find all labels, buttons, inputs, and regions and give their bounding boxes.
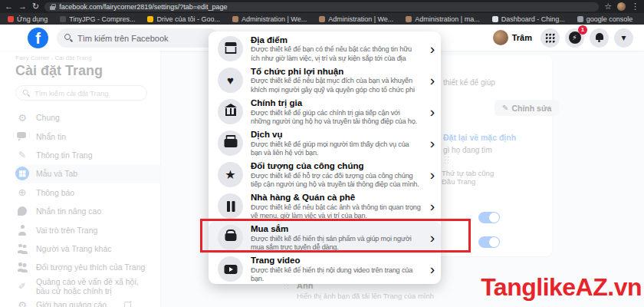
screen: ← → ↻ facebook.com/fairycorner2819/setti… — [0, 0, 644, 307]
tinyjpg-favicon — [60, 16, 66, 22]
chevron-right-icon: › — [430, 104, 435, 119]
bell-icon — [595, 33, 604, 42]
search-icon — [64, 34, 73, 42]
facebook-search[interactable] — [57, 28, 219, 48]
template-option[interactable]: Dịch vụ Được thiết kế để giúp mọi người … — [209, 127, 441, 159]
template-option-title: Nhà hàng & Quán cà phê — [251, 192, 421, 203]
bookmark-label: google console — [586, 15, 633, 23]
chevron-right-icon: › — [430, 262, 435, 276]
annotation-highlight-box — [200, 219, 471, 253]
bookmark-label: TinyJPG - Compres... — [69, 15, 135, 23]
bookmark-item[interactable]: Drive của tôi - Goo... — [147, 15, 220, 23]
video-icon — [218, 256, 243, 282]
star-icon — [218, 162, 243, 187]
lock-icon — [50, 4, 55, 10]
template-option-title: Trang video — [251, 255, 421, 266]
watermark: TanglikeAZ.vn — [481, 273, 642, 302]
header-actions: Trâm ⚡ 1 ▾ — [493, 25, 644, 51]
apps-grid-icon — [545, 33, 555, 43]
template-option[interactable]: Nhà hàng & Quán cà phê Được thiết kế để … — [209, 190, 441, 222]
profile-name: Trâm — [512, 33, 532, 42]
drive-favicon — [147, 16, 153, 22]
avatar — [493, 30, 508, 45]
forward-icon[interactable]: → — [18, 2, 27, 11]
browser-profile-avatar[interactable] — [617, 2, 626, 11]
chevron-down-icon: ▾ — [621, 33, 626, 42]
template-option-desc: Được thiết kế để giúp các chính trị gia … — [251, 109, 421, 127]
template-option-desc: Được thiết kế để bạn có thể nêu bật các … — [251, 45, 421, 63]
bookmark-star-icon[interactable]: ☆ — [604, 2, 612, 11]
bookmark-item[interactable]: Ứng dụng — [8, 15, 48, 23]
template-option[interactable]: Tổ chức phi lợi nhuận Được thiết kế để n… — [209, 64, 441, 96]
template-option-desc: Được thiết kế để giúp mọi người tìm thấy… — [251, 140, 421, 158]
messenger-badge: 1 — [578, 25, 587, 35]
template-option-title: Dịch vụ — [251, 129, 421, 140]
bookmark-label: Administration | We... — [328, 15, 393, 23]
government-icon — [218, 99, 243, 124]
address-bar[interactable]: facebook.com/fairycorner2819/settings/?t… — [44, 2, 599, 12]
bookmark-item[interactable]: Administration | We... — [319, 15, 393, 23]
bookmarks-bar: Ứng dụng TinyJPG - Compres... Drive của … — [0, 13, 644, 25]
template-option[interactable]: Trang video Được thiết kế để hiển thị nộ… — [209, 253, 441, 284]
admin-favicon — [406, 16, 412, 22]
bookmark-label: Dashboard - Ching... — [501, 15, 565, 23]
profile-chip[interactable]: Trâm — [493, 30, 532, 45]
facebook-search-input[interactable] — [77, 34, 200, 43]
apps-favicon — [8, 16, 14, 22]
storefront-icon — [218, 36, 243, 61]
back-icon[interactable]: ← — [5, 2, 13, 11]
template-option-title: Địa điểm — [251, 35, 421, 46]
dashboard-favicon — [492, 16, 498, 22]
template-option-desc: Được thiết kế để nêu bật các ảnh và thôn… — [251, 203, 421, 221]
chevron-right-icon: › — [430, 199, 435, 213]
briefcase-icon — [218, 130, 243, 156]
template-option[interactable]: Địa điểm Được thiết kế để bạn có thể nêu… — [209, 33, 441, 64]
notifications-button[interactable] — [590, 28, 609, 48]
template-option[interactable]: Chính trị gia Được thiết kế để giúp các … — [209, 96, 441, 127]
template-option-desc: Được thiết kế để hiển thị nội dung video… — [251, 266, 421, 284]
apps-menu-button[interactable] — [540, 28, 560, 48]
bookmark-label: Ứng dụng — [17, 15, 48, 23]
messenger-button[interactable]: ⚡ 1 — [565, 28, 584, 48]
chevron-right-icon: › — [430, 167, 435, 182]
charity-icon — [218, 68, 243, 93]
template-option-title: Chính trị gia — [251, 97, 421, 109]
bookmark-item[interactable]: Dashboard - Ching... — [492, 15, 565, 23]
chevron-right-icon: › — [430, 73, 435, 87]
template-option-title: Đối tượng của công chúng — [251, 160, 421, 172]
template-option[interactable]: Đối tượng của công chúng Được thiết kế đ… — [209, 159, 441, 190]
account-menu-button[interactable]: ▾ — [614, 28, 633, 48]
template-option-desc: Được thiết kế để hỗ trợ các đối tượng củ… — [251, 172, 421, 190]
bookmark-label: Drive của tôi - Goo... — [156, 15, 220, 23]
url-text: facebook.com/fairycorner2819/settings/?t… — [59, 3, 227, 11]
chevron-right-icon: › — [430, 136, 435, 150]
bookmark-item[interactable]: Administration | ma... — [406, 15, 479, 23]
reload-icon[interactable]: ↻ — [32, 2, 39, 11]
bookmark-label: Administration | We... — [242, 15, 307, 23]
bookmark-label: Administration | ma... — [415, 15, 479, 23]
facebook-logo[interactable]: f — [28, 28, 48, 48]
browser-toolbar: ← → ↻ facebook.com/fairycorner2819/setti… — [0, 0, 644, 13]
browser-menu-icon[interactable]: ⋮ — [631, 2, 639, 11]
template-option-title: Tổ chức phi lợi nhuận — [251, 66, 421, 78]
console-favicon — [577, 16, 583, 22]
admin-favicon — [319, 16, 325, 22]
admin-favicon — [232, 16, 238, 22]
bookmark-item[interactable]: TinyJPG - Compres... — [60, 15, 135, 23]
chevron-right-icon: › — [430, 41, 435, 56]
template-option-desc: Được thiết kế để nêu bật mục đích của bạ… — [251, 77, 421, 94]
utensils-icon — [218, 193, 243, 219]
bookmark-item[interactable]: google console — [577, 15, 633, 23]
bookmark-item[interactable]: Administration | We... — [232, 15, 307, 23]
